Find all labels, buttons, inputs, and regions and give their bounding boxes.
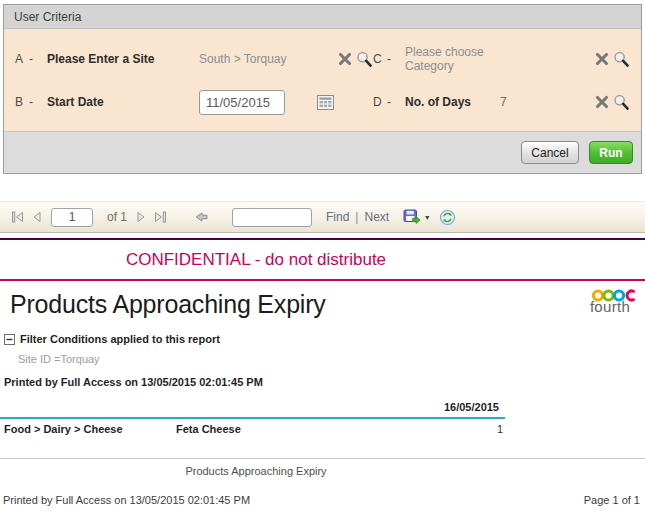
- run-button[interactable]: Run: [589, 141, 633, 164]
- magnifier-icon: [613, 51, 630, 68]
- find-next-group: Find | Next: [326, 210, 389, 224]
- param-days-value: 7: [500, 95, 545, 109]
- refresh-icon: [439, 209, 456, 226]
- back-to-parent-button[interactable]: [194, 210, 209, 224]
- filter-conditions-label: Filter Conditions applied to this report: [20, 333, 220, 345]
- page-number-input[interactable]: [51, 208, 93, 227]
- param-category-value: Please choose Category: [405, 45, 500, 73]
- param-start-date-label: Start Date: [47, 95, 199, 109]
- product-cell: Feta Cheese: [176, 423, 438, 435]
- report-body: CONFIDENTIAL - do not distribute Product…: [0, 238, 645, 506]
- x-icon: [338, 52, 352, 66]
- export-button[interactable]: [403, 209, 422, 226]
- param-days: D - No. of Days 7: [373, 94, 630, 111]
- page-indicator: Page 1 of 1: [584, 494, 640, 506]
- first-page-icon: [11, 210, 25, 224]
- previous-page-button[interactable]: [31, 210, 42, 224]
- clear-site-button[interactable]: [338, 52, 352, 66]
- last-page-button[interactable]: [153, 210, 167, 224]
- table-row: Food > Dairy > Cheese Feta Cheese 1: [0, 419, 505, 439]
- param-key: A: [15, 52, 29, 66]
- find-link[interactable]: Find: [326, 210, 349, 224]
- next-link[interactable]: Next: [364, 210, 389, 224]
- previous-page-icon: [31, 210, 42, 224]
- collapse-minus-icon[interactable]: [4, 334, 15, 345]
- param-key: B: [15, 95, 29, 109]
- x-icon: [595, 52, 609, 66]
- expiry-table: 16/05/2015 Food > Dairy > Cheese Feta Ch…: [0, 401, 505, 439]
- param-dash: -: [387, 95, 405, 109]
- find-text-input[interactable]: [232, 208, 312, 227]
- param-site: A - Please Enter a Site South > Torquay: [15, 51, 373, 68]
- fourth-logo-text: fourth: [590, 298, 630, 315]
- panel-title: User Criteria: [4, 5, 641, 29]
- export-dropdown-caret[interactable]: ▾: [425, 213, 429, 222]
- report-toolbar: of 1 Find | Next ▾: [0, 201, 645, 233]
- lookup-days-button[interactable]: [613, 94, 630, 111]
- find-next-separator: |: [355, 210, 358, 224]
- criteria-row-1: A - Please Enter a Site South > Torquay …: [15, 45, 630, 73]
- lookup-category-button[interactable]: [613, 51, 630, 68]
- export-save-icon: [403, 209, 422, 226]
- user-criteria-panel: User Criteria A - Please Enter a Site So…: [3, 4, 642, 174]
- quantity-cell: 1: [438, 423, 503, 435]
- next-page-button[interactable]: [136, 210, 147, 224]
- param-key: D: [373, 95, 387, 109]
- refresh-button[interactable]: [439, 209, 456, 226]
- magnifier-icon: [356, 51, 373, 68]
- page-footer: Products Approaching Expiry Printed by F…: [0, 458, 645, 506]
- clear-days-button[interactable]: [595, 95, 609, 109]
- calendar-button[interactable]: [317, 95, 334, 110]
- site-filter-text: Site ID =Torquay: [18, 353, 645, 365]
- lookup-site-button[interactable]: [356, 51, 373, 68]
- x-icon: [595, 95, 609, 109]
- param-days-label: No. of Days: [405, 95, 500, 109]
- param-category: C - Please choose Category: [373, 45, 630, 73]
- clear-category-button[interactable]: [595, 52, 609, 66]
- cancel-button[interactable]: Cancel: [521, 141, 579, 164]
- param-dash: -: [387, 52, 405, 66]
- fourth-logo: fourth: [581, 288, 639, 315]
- back-arrow-icon: [194, 210, 209, 224]
- page-count-label: of 1: [107, 210, 127, 224]
- param-site-label: Please Enter a Site: [47, 52, 199, 66]
- start-date-input[interactable]: [199, 90, 285, 115]
- printed-by-text: Printed by Full Access on 13/05/2015 02:…: [4, 376, 645, 388]
- criteria-row-2: B - Start Date D - No. of Days 7: [15, 90, 630, 115]
- criteria-body: A - Please Enter a Site South > Torquay …: [4, 29, 641, 131]
- first-page-button[interactable]: [11, 210, 25, 224]
- calendar-grid-icon: [317, 95, 334, 110]
- date-column-header: 16/05/2015: [0, 401, 505, 417]
- param-dash: -: [29, 52, 47, 66]
- param-start-date: B - Start Date: [15, 90, 373, 115]
- param-site-value: South > Torquay: [199, 52, 293, 66]
- magnifier-icon: [613, 94, 630, 111]
- footer-report-title: Products Approaching Expiry: [0, 465, 512, 477]
- next-page-icon: [136, 210, 147, 224]
- confidential-banner: CONFIDENTIAL - do not distribute: [126, 250, 386, 269]
- param-key: C: [373, 52, 387, 66]
- footer-printed-by: Printed by Full Access on 13/05/2015 02:…: [3, 494, 250, 506]
- category-cell: Food > Dairy > Cheese: [4, 423, 176, 435]
- report-title: Products Approaching Expiry: [10, 290, 326, 319]
- criteria-footer: Cancel Run: [4, 131, 641, 173]
- last-page-icon: [153, 210, 167, 224]
- footer-rule: [0, 458, 645, 459]
- param-dash: -: [29, 95, 47, 109]
